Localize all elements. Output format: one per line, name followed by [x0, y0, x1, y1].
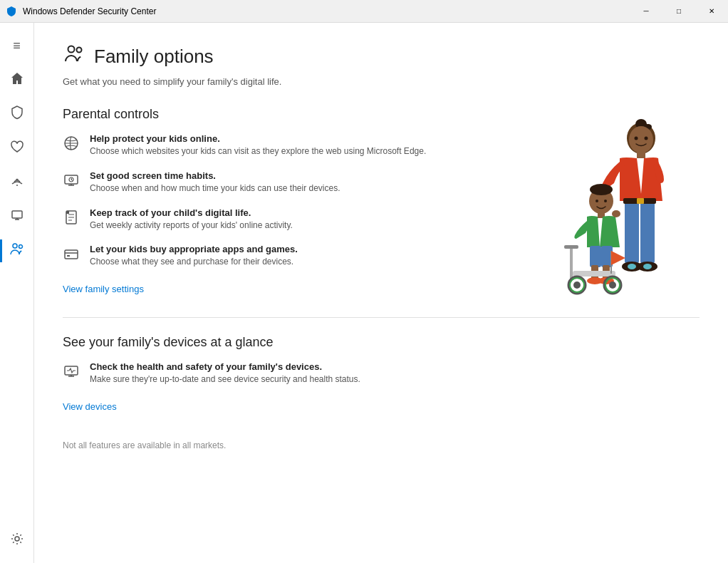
feature-text-activity: Keep track of your child's digital life.…	[90, 207, 293, 232]
svg-point-20	[645, 137, 648, 140]
sidebar-item-device[interactable]	[0, 200, 34, 234]
svg-point-5	[68, 46, 75, 53]
app-shell: ≡	[0, 23, 728, 563]
sidebar: ≡	[0, 23, 34, 563]
feature-desc-purchases: Choose what they see and purchase for th…	[90, 256, 298, 268]
purchases-icon	[63, 245, 80, 262]
page-header-icon	[63, 43, 85, 71]
window-controls: ─ □ ✕	[630, 0, 728, 23]
svg-marker-51	[611, 251, 625, 265]
sidebar-item-home[interactable]	[0, 63, 34, 97]
svg-rect-1	[12, 211, 22, 218]
feature-text-purchases: Let your kids buy appropriate apps and g…	[90, 244, 298, 268]
page-title: Family options	[94, 46, 214, 68]
svg-point-29	[643, 264, 652, 269]
close-button[interactable]: ✕	[695, 0, 728, 23]
view-family-settings-link[interactable]: View family settings	[63, 284, 144, 294]
svg-rect-41	[570, 245, 573, 281]
svg-point-33	[604, 200, 607, 202]
maximize-button[interactable]: □	[662, 0, 695, 23]
feature-title-devices: Check the health and safety of your fami…	[90, 361, 360, 372]
window-title: Windows Defender Security Center	[23, 6, 156, 16]
titlebar-left: Windows Defender Security Center	[6, 6, 156, 17]
svg-point-2	[13, 244, 17, 248]
svg-rect-43	[573, 271, 615, 277]
svg-point-52	[612, 210, 620, 217]
svg-point-0	[16, 185, 18, 186]
screen-time-icon	[63, 172, 80, 189]
feature-text-screentime: Set good screen time habits. Choose when…	[90, 170, 340, 195]
feature-text-online: Help protect your kids online. Choose wh…	[90, 133, 426, 157]
feature-desc-devices: Make sure they're up-to-date and see dev…	[90, 373, 360, 386]
devices-feature-list: Check the health and safety of your fami…	[63, 361, 700, 386]
svg-point-45	[573, 282, 581, 289]
family-icon	[9, 242, 25, 261]
family-illustration	[543, 108, 685, 336]
feature-title-screentime: Set good screen time habits.	[90, 170, 340, 181]
svg-rect-42	[564, 245, 578, 249]
feature-desc-online: Choose which websites your kids can visi…	[90, 145, 426, 157]
page-subtitle: Get what you need to simplify your famil…	[63, 76, 700, 87]
activity-icon	[63, 209, 80, 226]
svg-rect-35	[590, 246, 601, 267]
titlebar: Windows Defender Security Center ─ □ ✕	[0, 0, 728, 23]
network-icon	[10, 174, 24, 192]
svg-point-32	[596, 200, 598, 202]
feature-item-devices: Check the health and safety of your fami…	[63, 361, 700, 386]
settings-icon	[10, 532, 24, 549]
view-devices-link[interactable]: View devices	[63, 401, 117, 412]
feature-title-online: Help protect your kids online.	[90, 133, 426, 144]
svg-point-28	[628, 264, 636, 269]
feature-desc-activity: Get weekly activity reports of your kids…	[90, 219, 293, 232]
parental-controls-icon	[63, 135, 80, 152]
device-icon	[10, 208, 24, 226]
sidebar-item-shield[interactable]	[0, 97, 34, 131]
heart-icon	[10, 140, 24, 157]
sidebar-item-settings[interactable]	[0, 523, 34, 557]
sidebar-bottom	[0, 523, 34, 557]
svg-point-6	[77, 48, 82, 53]
svg-rect-21	[637, 151, 645, 158]
feature-title-purchases: Let your kids buy appropriate apps and g…	[90, 244, 298, 254]
sidebar-item-family[interactable]	[0, 234, 34, 268]
svg-rect-25	[637, 198, 644, 204]
svg-point-31	[590, 184, 613, 195]
feature-desc-screentime: Choose when and how much time your kids …	[90, 182, 340, 195]
sidebar-item-menu[interactable]: ≡	[0, 29, 34, 63]
sidebar-item-network[interactable]	[0, 165, 34, 200]
svg-rect-22	[625, 200, 639, 264]
svg-point-4	[15, 537, 19, 541]
page-header: Family options	[63, 43, 700, 71]
svg-point-18	[629, 126, 653, 153]
svg-rect-12	[65, 250, 78, 259]
svg-rect-11	[66, 211, 69, 214]
svg-point-19	[635, 137, 638, 140]
svg-rect-13	[67, 255, 70, 257]
home-icon	[10, 71, 24, 89]
svg-point-47	[609, 282, 616, 289]
app-icon	[6, 6, 17, 17]
svg-rect-23	[640, 200, 655, 264]
footer-note: Not all features are available in all ma…	[63, 440, 700, 450]
feature-title-activity: Keep track of your child's digital life.	[90, 207, 293, 218]
feature-text-devices: Check the health and safety of your fami…	[90, 361, 360, 386]
devices-health-icon	[63, 363, 80, 380]
svg-point-3	[19, 244, 22, 248]
minimize-button[interactable]: ─	[630, 0, 662, 23]
hamburger-icon: ≡	[13, 38, 21, 53]
main-content: Family options Get what you need to simp…	[34, 23, 728, 563]
sidebar-item-health[interactable]	[0, 131, 34, 165]
shield-icon	[10, 105, 24, 123]
